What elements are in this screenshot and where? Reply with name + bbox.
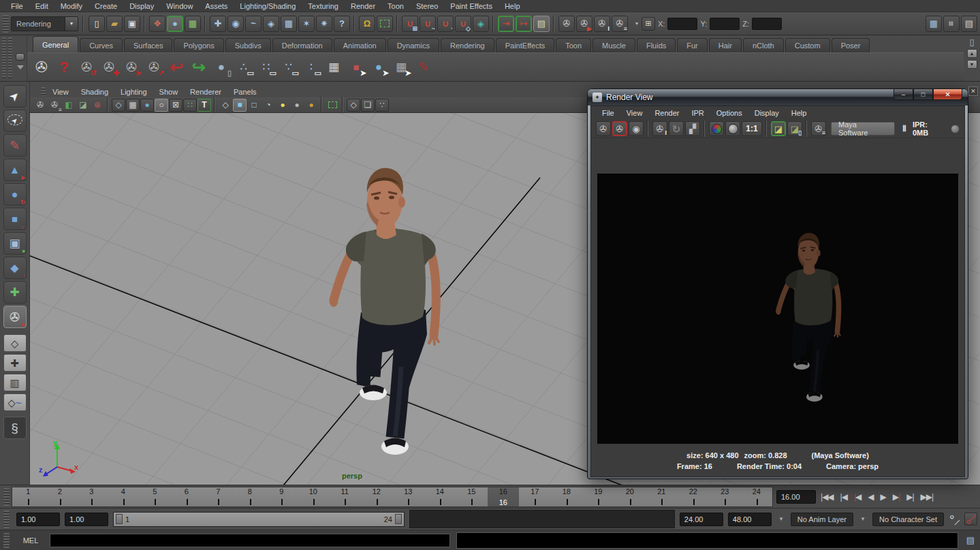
- shelf-tab-fur[interactable]: Fur: [677, 38, 708, 52]
- frame-20[interactable]: 20: [614, 487, 646, 506]
- frame-21[interactable]: 21: [646, 487, 678, 506]
- save-scene-icon[interactable]: ▣: [124, 16, 140, 32]
- go-to-start-button[interactable]: |◀◀: [818, 489, 836, 505]
- output-connections-icon[interactable]: ↦: [516, 16, 532, 32]
- transform-entry-mode-icon[interactable]: ⊞: [642, 17, 655, 31]
- open-render-settings-icon[interactable]: ✇≡: [811, 121, 826, 136]
- step-back-key-button[interactable]: |◀: [838, 489, 850, 505]
- range-slider-grip[interactable]: [3, 511, 10, 528]
- isolate-select-icon[interactable]: [326, 99, 339, 112]
- make-live-icon[interactable]: ◈: [473, 16, 489, 32]
- smooth-shade-icon[interactable]: ●: [140, 99, 154, 112]
- time-slider[interactable]: 1234567891011121314151616171819202122232…: [12, 487, 773, 507]
- frame-4[interactable]: 4: [108, 487, 140, 506]
- scene-projector-icon[interactable]: ✇: [31, 57, 52, 78]
- range-start-handle[interactable]: [116, 514, 123, 524]
- textured-mode-icon[interactable]: T: [197, 99, 211, 112]
- lock-selection-icon[interactable]: Ω: [359, 16, 375, 32]
- script-editor-icon[interactable]: ▤: [964, 534, 977, 547]
- select-surfaces-mask-icon[interactable]: ◈: [263, 16, 279, 32]
- render-view-menu-display[interactable]: Display: [749, 108, 785, 118]
- camera-track-icon[interactable]: ✇✚: [99, 57, 119, 78]
- shelf-tab-poser[interactable]: Poser: [832, 38, 870, 52]
- shelf-grip[interactable]: [8, 37, 12, 78]
- renderer-select[interactable]: Maya Software: [831, 122, 895, 135]
- transparency-cube-icon[interactable]: □: [247, 99, 261, 112]
- single-pane-layout-button[interactable]: ◇: [3, 334, 27, 352]
- attribute-editor-toggle[interactable]: ▦: [926, 16, 942, 32]
- viewport-menu-renderer[interactable]: Renderer: [185, 87, 227, 97]
- ipr-render-icon[interactable]: ✇I: [594, 16, 610, 32]
- render-view-menu-help[interactable]: Help: [786, 108, 812, 118]
- step-forward-key-button[interactable]: ▶|: [904, 489, 916, 505]
- trash-icon[interactable]: ▯: [969, 37, 974, 47]
- camera-dolly-icon[interactable]: ✇➤: [121, 57, 142, 78]
- redo-previous-render-icon[interactable]: ✇: [612, 121, 627, 136]
- auto-keyframe-toggle[interactable]: o—: [964, 513, 977, 525]
- shelf-tab-animation[interactable]: Animation: [334, 38, 386, 52]
- frame-14[interactable]: 14: [424, 487, 456, 506]
- chevron-down-icon[interactable]: ▼: [858, 516, 868, 522]
- select-component-mode-icon[interactable]: ▦: [185, 16, 201, 32]
- four-pane-layout-button[interactable]: ✚: [3, 354, 27, 372]
- render-view-menu-file[interactable]: File: [597, 108, 620, 118]
- step-forward-frame-button[interactable]: ▶|: [890, 489, 902, 505]
- viewport-menu-shading[interactable]: Shading: [76, 87, 114, 97]
- select-points-mask-icon[interactable]: ✚: [210, 16, 226, 32]
- maximize-button[interactable]: □: [913, 89, 933, 100]
- playback-end-field[interactable]: [680, 513, 723, 526]
- frame-18[interactable]: 18: [551, 487, 583, 506]
- delete-icon[interactable]: ●▯: [211, 57, 232, 78]
- render-view-menu-ipr[interactable]: IPR: [686, 108, 709, 118]
- plugin-shading-icon[interactable]: ∴: [375, 99, 389, 112]
- dragon-icon[interactable]: §: [3, 417, 27, 439]
- default-light-icon[interactable]: ●: [276, 99, 289, 112]
- camera-zoom-icon[interactable]: ✇↗: [144, 57, 164, 78]
- bookmarks-icon[interactable]: ◧: [62, 99, 76, 112]
- redo-icon[interactable]: ↪: [189, 57, 209, 78]
- viewport-menu-view[interactable]: View: [47, 87, 74, 97]
- frame-23[interactable]: 23: [709, 487, 741, 506]
- select-misc-mask-icon[interactable]: ?: [334, 16, 350, 32]
- menu-toon[interactable]: Toon: [382, 1, 409, 11]
- minimize-button[interactable]: –: [894, 89, 913, 100]
- set-key-icon[interactable]: o—: [945, 510, 964, 528]
- shelf-tab-polygons[interactable]: Polygons: [174, 38, 223, 52]
- menu-texturing[interactable]: Texturing: [302, 1, 344, 11]
- keep-image-icon[interactable]: ◪: [771, 121, 786, 136]
- shelf-tab-hair[interactable]: Hair: [709, 38, 742, 52]
- ipr-render-icon[interactable]: ✇I: [652, 121, 667, 136]
- viewport-menu-show[interactable]: Show: [154, 87, 184, 97]
- paint-selection-shelf-icon[interactable]: ✎: [413, 57, 434, 78]
- universal-manipulator-tool[interactable]: ▣●: [3, 232, 27, 255]
- chevron-down-icon[interactable]: ▼: [776, 516, 786, 522]
- chevron-down-icon[interactable]: ▾: [635, 20, 638, 27]
- frame-15[interactable]: 15: [456, 487, 488, 506]
- render-view-menu-render[interactable]: Render: [649, 108, 684, 118]
- bounding-box-icon[interactable]: ⊠: [169, 99, 183, 112]
- render-view-menu-options[interactable]: Options: [711, 108, 748, 118]
- snapshot-icon[interactable]: ◉: [629, 121, 644, 136]
- last-tool-used-button[interactable]: ✇➤: [3, 306, 27, 328]
- status-line-grip[interactable]: [3, 15, 9, 33]
- frame-16[interactable]: 1616: [488, 487, 520, 506]
- animation-end-field[interactable]: [728, 513, 772, 526]
- snap-to-grids-icon[interactable]: ∪⊞: [402, 16, 418, 32]
- shelf-tab-toon[interactable]: Toon: [556, 38, 591, 52]
- select-curves-mask-icon[interactable]: ~: [245, 16, 262, 32]
- shade-all-icon[interactable]: ∷: [183, 99, 197, 112]
- channel-box-toggle[interactable]: ▤: [961, 16, 977, 32]
- stop-render-icon[interactable]: [951, 125, 960, 133]
- select-hierarchy-shelf-icon[interactable]: ■➤: [346, 57, 366, 78]
- shelf-tab-rendering[interactable]: Rendering: [441, 38, 494, 52]
- render-frame-icon[interactable]: ✇: [596, 121, 611, 136]
- remove-image-icon[interactable]: ◪▯: [787, 121, 802, 136]
- flat-light-icon[interactable]: ●: [290, 99, 304, 112]
- menu-display[interactable]: Display: [124, 1, 159, 11]
- menu-render[interactable]: Render: [345, 1, 381, 11]
- image-plane-icon[interactable]: ◪: [76, 99, 90, 112]
- select-deformations-mask-icon[interactable]: ▦: [281, 16, 297, 32]
- film-gate-icon[interactable]: ▦: [126, 99, 140, 112]
- menu-help[interactable]: Help: [499, 1, 526, 11]
- select-object-shelf-icon[interactable]: ●➤: [368, 57, 389, 78]
